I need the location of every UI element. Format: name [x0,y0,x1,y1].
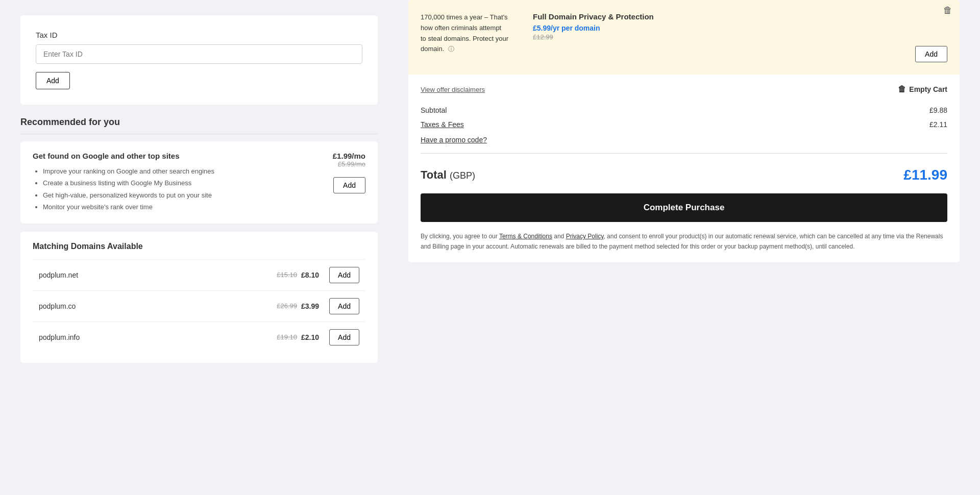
privacy-description: 170,000 times a year – That's how often … [408,0,521,75]
rec-content: Get found on Google and other top sites … [33,152,309,213]
privacy-product: 🗑 Full Domain Privacy & Protection £5.99… [521,0,960,75]
rec-feature-3: Get high-value, personalized keywords to… [43,189,309,201]
matching-title: Matching Domains Available [33,242,365,251]
legal-text: By clicking, you agree to our Terms & Co… [421,231,947,252]
rec-feature-4: Monitor your website's rank over time [43,201,309,213]
domain-add-button-0[interactable]: Add [329,267,359,283]
matching-section: Matching Domains Available podplum.net £… [20,232,378,363]
rec-feature-2: Create a business listing with Google My… [43,177,309,189]
taxes-fees-link[interactable]: Taxes & Fees [421,120,464,129]
rec-pricing: £1.99/mo £5.99/mo Add [309,152,365,193]
cart-footer: View offer disclaimers 🗑 Empty Cart Subt… [408,75,960,262]
legal-prefix: By clicking, you agree to our [421,233,499,240]
delete-icon[interactable]: 🗑 [943,5,952,16]
cart-links-row: View offer disclaimers 🗑 Empty Cart [421,85,947,94]
total-amount: £11.99 [903,167,947,183]
domain-original-2: £19.10 [277,333,297,341]
taxes-fees-row: Taxes & Fees £2.11 [421,117,947,132]
domain-add-button-1[interactable]: Add [329,298,359,314]
rec-feature-1: Improve your ranking on Google and other… [43,165,309,177]
left-panel: Tax ID Add Recommended for you Get found… [0,0,398,495]
legal-and: and [552,233,566,240]
rec-title: Get found on Google and other top sites [33,152,309,160]
complete-purchase-button[interactable]: Complete Purchase [421,193,947,222]
rec-features: Improve your ranking on Google and other… [33,165,309,213]
right-panel: 170,000 times a year – That's how often … [398,0,980,495]
domain-pricing-0: £15.10 £8.10 Add [277,267,359,283]
domain-row-1: podplum.co £26.99 £3.99 Add [33,290,365,321]
domain-name-1: podplum.co [39,302,76,310]
privacy-left-text: 170,000 times a year – That's how often … [421,13,508,53]
privacy-price-original: £12.99 [533,33,947,41]
domain-original-1: £26.99 [277,302,297,310]
rec-price-current: £1.99/mo [333,152,365,160]
domain-pricing-2: £19.10 £2.10 Add [277,329,359,345]
privacy-upsell-card: 170,000 times a year – That's how often … [408,0,960,75]
domain-current-1: £3.99 [301,302,319,310]
privacy-price-current: £5.99/yr per domain [533,24,947,32]
rec-add-button[interactable]: Add [333,177,365,193]
recommended-section: Recommended for you Get found on Google … [20,117,378,363]
subtotal-row: Subtotal £9.88 [421,103,947,117]
domain-add-button-2[interactable]: Add [329,329,359,345]
domain-row-0: podplum.net £15.10 £8.10 Add [33,259,365,290]
recommended-title: Recommended for you [20,117,378,134]
total-text: Total [421,168,447,181]
tax-id-input[interactable] [36,44,362,64]
taxes-fees-value: £2.11 [929,120,947,129]
empty-cart-label: Empty Cart [909,85,947,93]
total-label: Total (GBP) [421,168,475,182]
trash-icon: 🗑 [898,85,906,94]
tax-add-button[interactable]: Add [36,72,70,89]
domain-current-0: £8.10 [301,271,319,279]
tax-section: Tax ID Add [20,15,378,105]
privacy-product-title: Full Domain Privacy & Protection [533,12,947,21]
domain-pricing-1: £26.99 £3.99 Add [277,298,359,314]
total-divider [421,153,947,154]
cart-container: 170,000 times a year – That's how often … [408,0,960,262]
domain-original-0: £15.10 [277,271,297,279]
recommendation-card: Get found on Google and other top sites … [20,141,378,224]
tax-label: Tax ID [36,31,362,39]
rec-price-original: £5.99/mo [338,160,365,168]
subtotal-value: £9.88 [929,106,947,114]
view-disclaimers-link[interactable]: View offer disclaimers [421,86,485,93]
terms-link[interactable]: Terms & Conditions [499,233,552,240]
promo-code-link[interactable]: Have a promo code? [421,132,947,148]
info-icon: ⓘ [448,45,454,53]
total-currency: (GBP) [450,170,475,181]
subtotal-label: Subtotal [421,106,447,114]
domain-current-2: £2.10 [301,333,319,341]
privacy-link[interactable]: Privacy Policy [566,233,604,240]
domain-name-2: podplum.info [39,333,80,341]
domain-name-0: podplum.net [39,271,78,279]
privacy-add-button[interactable]: Add [915,46,947,62]
empty-cart-button[interactable]: 🗑 Empty Cart [898,85,947,94]
domain-row-2: podplum.info £19.10 £2.10 Add [33,321,365,353]
total-row: Total (GBP) £11.99 [421,159,947,193]
